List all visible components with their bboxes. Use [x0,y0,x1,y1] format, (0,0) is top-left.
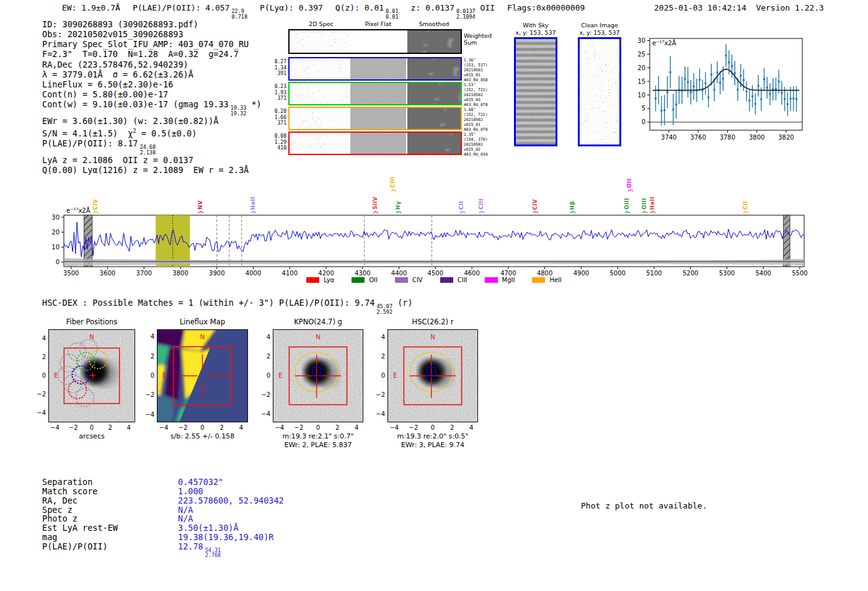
meta-line: v015_03 [464,97,487,102]
text-segment: F=2.3" T=0.170 N=1.28 A=0.32 g=24.7 [42,49,239,59]
x-tick-label: −2 [67,424,79,431]
match-table-label: Photo z [42,514,178,523]
y-tick-label: −4 [35,409,46,416]
x-tick-label: −4 [157,424,170,431]
header-segment: Q(z): 0.010.010.01 [335,3,399,12]
fiber-row-left-stats: 0.271.34391 [272,59,286,77]
meta-line: (152, 722) [464,112,487,117]
fraction-lower: 2.592 [376,309,392,315]
sky-panel-name: Clean Image [562,22,637,29]
y-tick-label: −4 [143,411,154,418]
emission-line-label: OII{ [626,179,632,193]
y-tick-label: −2 [35,391,46,398]
x-tick-label: 2 [216,424,228,431]
svg-text:4500: 4500 [428,270,443,277]
text-segment: = 0.5(±0.0) [136,128,197,138]
meta-line: 2.35" [464,132,487,137]
svg-text:5200: 5200 [683,270,698,277]
fiber-row-meta: 2.35"(154, 370)20210502v015_02403_RU_039 [464,132,487,157]
meta-line: v015_01 [464,122,487,127]
stat-value: 1.29 [272,140,286,146]
emission-line-label: CIII{ [389,177,396,193]
stacked-fraction: 0.010.01 [386,9,398,19]
match-table-value: 19.38(19.36,19.40)R [178,533,273,542]
fiber-row-meta: 1.68"(152, 722)20210502v015_01403_RU_078 [464,107,487,132]
fraction-lower: 2.138 [140,150,156,156]
x-tick-label: 0 [312,424,324,431]
match-table-row: mag19.38(19.36,19.40)R [42,533,284,542]
svg-text:N: N [430,334,435,340]
text-segment: P(Lyα): 0.397 [260,3,323,12]
y-tick-label: −2 [143,391,154,398]
x-tick-label: 0 [427,424,439,431]
stacked-fraction: 19.3319.32 [231,105,247,116]
x-tick-label: −2 [293,424,305,431]
svg-text:5500: 5500 [792,270,807,277]
timestamp-version: 2025-01-03 10:42:14 Version 1.22.3 [654,3,824,12]
svg-text:5100: 5100 [646,270,662,277]
y-tick-label: 2 [35,353,46,360]
sky-panel-title: Clean Imagex, y: 153, 537 [562,22,637,37]
spec2d-cell-pixelflat [350,58,406,79]
header-segment: P(LAE)/P(OII): 4.05722.90.718 [133,3,247,12]
value-text: 223.578600, 52.940342 [178,495,284,505]
y-tick-label: 2 [374,353,385,360]
legend-item: CIV [395,277,423,283]
cutout-caption: EWr: 3, PLAE: 9.74 [365,441,501,449]
photz-note: Phot z plot not available. [581,501,707,510]
y-tick-label: 4 [259,334,270,340]
y-tick-label: −2 [374,391,385,398]
y-tick-label: 4 [35,335,46,342]
x-tick-label: 2 [446,424,458,431]
stat-value: 371 [272,96,286,102]
stat-value: 0.27 [272,59,286,65]
header-segment: Flags:0x00000009 [507,3,585,12]
spec2d-cell-smoothed [407,83,461,104]
stat-value: 371 [272,120,286,127]
match-table-row: P(LAE)/P(OII)12.7854.312.768 [42,542,284,558]
legend-label: HeII [549,277,562,283]
svg-text:0: 0 [642,118,645,125]
match-table-label: Spec z [42,505,178,515]
line-fit-chart: 05101520253037403760378038003820e⁻¹⁷x2Å [632,31,868,146]
header-segment: P(Lyα): 0.397 [260,3,323,12]
stacked-fraction: 45.072.592 [376,304,392,314]
legend-item: OII [352,277,378,283]
meta-line: 1.53" [464,82,487,87]
spec2d-cell-pixelflat [350,108,406,129]
y-tick-label: 0 [374,372,385,379]
cutout-title: Lineflux Map [147,318,259,326]
svg-text:15: 15 [637,78,645,85]
x-tick-label: −4 [388,424,401,431]
match-table: Separation0.457032"Match score1.000RA, D… [42,478,284,558]
text-segment: HSC-DEX : Possible Matches = 1 (within +… [42,298,374,308]
info-line: S/N = 4.1(±1.5) χ2 = 0.5(±0.0) [42,126,262,138]
fiber-row-2dspec [288,107,462,130]
meta-line: 20210502 [464,117,487,122]
match-table-value: N/A [178,514,193,523]
text-segment: S/N = 4.1(±1.5) χ [42,128,133,138]
emission-line-name: CIII [389,177,396,188]
text-segment: ID: 3090268893 (3090268893.pdf) [42,19,198,29]
info-line: Q(0.00) Lyα(1216) z = 2.1089 EW r = 2.3Å [42,165,262,175]
legend-swatch [395,277,408,283]
svg-text:10: 10 [637,92,645,99]
sky-panel-title: With Skyx, y: 153, 537 [498,22,573,37]
y-tick-label: 2 [259,353,270,360]
svg-text:E: E [278,372,282,379]
y-tick-label: −4 [374,411,385,417]
value-text: N/A [178,513,193,523]
x-tick-label: 2 [331,424,343,431]
svg-text:4100: 4100 [282,270,298,277]
text-segment: EW: 1.9±0.7Å [62,3,120,12]
legend-label: OII [369,277,378,283]
svg-text:3700: 3700 [136,270,152,277]
svg-text:3500: 3500 [63,270,79,277]
text-segment: Flags:0x00000009 [507,3,585,12]
svg-text:3900: 3900 [209,270,224,277]
text-segment: Q(0.00) Lyα(1216) z = 2.1089 EW r = 2.3Å [42,165,249,175]
meta-line: v015_02 [464,147,487,152]
fiber-row-2dspec [288,131,462,155]
svg-text:3800: 3800 [749,134,764,141]
cutout-title: HSC(26.2) r [377,318,489,326]
